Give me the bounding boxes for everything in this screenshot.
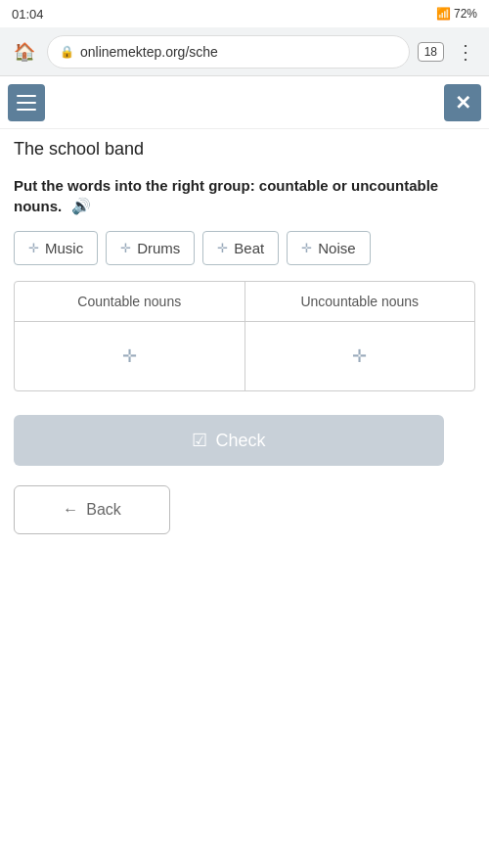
drop-zones-table: Countable nouns Uncountable nouns ✛ ✛ (14, 281, 475, 391)
time-display: 01:04 (12, 7, 44, 22)
back-arrow-icon: ← (63, 501, 78, 519)
chip-beat[interactable]: ✛ Beat (202, 231, 279, 265)
signal-icons: 📶 72% (436, 7, 477, 21)
top-nav: ✕ (0, 76, 489, 129)
back-button-label: Back (86, 501, 121, 519)
chip-label-music: Music (45, 240, 83, 256)
hamburger-line-2 (17, 102, 36, 104)
tab-count-badge[interactable]: 18 (418, 42, 444, 62)
close-button[interactable]: ✕ (444, 84, 481, 121)
chip-drums[interactable]: ✛ Drums (106, 231, 195, 265)
sound-icon[interactable]: 🔊 (71, 196, 91, 217)
browser-menu-button[interactable]: ⋮ (452, 40, 479, 64)
drag-icon-drums: ✛ (120, 241, 131, 255)
hamburger-line-1 (17, 95, 36, 97)
uncountable-drop-icon: ✛ (352, 345, 367, 367)
hamburger-line-3 (17, 109, 36, 111)
chip-noise[interactable]: ✛ Noise (287, 231, 370, 265)
check-icon: ☑ (192, 430, 207, 451)
drop-table-body: ✛ ✛ (15, 322, 474, 390)
instruction-text: Put the words into the right group: coun… (14, 175, 475, 217)
check-button-label: Check (215, 431, 265, 451)
lock-icon: 🔒 (60, 45, 74, 59)
countable-drop-zone[interactable]: ✛ (15, 322, 245, 390)
drag-icon-noise: ✛ (301, 241, 312, 255)
chip-label-drums: Drums (137, 240, 180, 256)
status-bar: 01:04 📶 72% (0, 0, 489, 27)
drop-table-header: Countable nouns Uncountable nouns (15, 282, 474, 322)
chip-label-noise: Noise (318, 240, 355, 256)
page-title: The school band (0, 129, 489, 165)
drag-icon-music: ✛ (28, 241, 39, 255)
hamburger-menu-button[interactable] (8, 84, 45, 121)
word-chips-container: ✛ Music ✛ Drums ✛ Beat ✛ Noise (14, 231, 475, 265)
uncountable-drop-zone[interactable]: ✛ (245, 322, 475, 390)
drag-icon-beat: ✛ (217, 241, 228, 255)
home-button[interactable]: 🏠 (10, 37, 39, 67)
chip-music[interactable]: ✛ Music (14, 231, 98, 265)
back-button[interactable]: ← Back (14, 485, 170, 534)
address-bar[interactable]: 🔒 onlinemektep.org/sche (47, 35, 410, 69)
close-icon: ✕ (455, 91, 471, 114)
countable-column-header: Countable nouns (15, 282, 245, 321)
check-button[interactable]: ☑ Check (14, 415, 444, 466)
uncountable-column-header: Uncountable nouns (245, 282, 475, 321)
chip-label-beat: Beat (234, 240, 264, 256)
content-area: Put the words into the right group: coun… (0, 165, 489, 544)
countable-drop-icon: ✛ (122, 345, 137, 367)
browser-bar: 🏠 🔒 onlinemektep.org/sche 18 ⋮ (0, 27, 489, 76)
url-text: onlinemektep.org/sche (80, 44, 397, 60)
